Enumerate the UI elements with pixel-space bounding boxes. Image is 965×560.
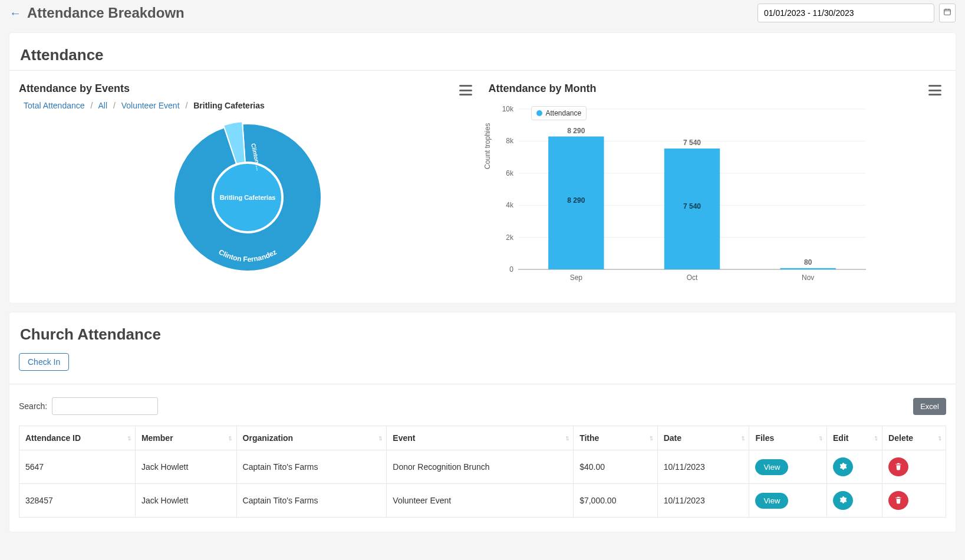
gear-icon [839, 496, 847, 506]
legend-dot-icon [536, 110, 542, 116]
svg-text:8 290: 8 290 [567, 196, 585, 205]
svg-text:2k: 2k [506, 233, 514, 242]
table-cell: Captain Tito's Farms [236, 484, 387, 518]
divider [9, 384, 956, 384]
table-cell: Jack Howlett [135, 450, 236, 484]
table-cell: Captain Tito's Farms [236, 450, 387, 484]
table-header[interactable]: Tithe↑↓ [574, 426, 657, 450]
table-cell: $7,000.00 [574, 484, 657, 518]
page-title: Attendance Breakdown [27, 5, 185, 21]
date-range-input[interactable] [757, 4, 934, 22]
svg-text:8 290: 8 290 [567, 127, 585, 135]
edit-button[interactable] [833, 457, 853, 476]
table-header[interactable]: Member↑↓ [135, 426, 236, 450]
breadcrumb-link[interactable]: Total Attendance [24, 101, 85, 110]
gear-icon [839, 462, 847, 472]
table-header[interactable]: Delete↑↓ [882, 426, 946, 450]
sort-icon[interactable]: ↑↓ [127, 434, 129, 442]
excel-export-button[interactable]: Excel [913, 398, 946, 415]
table-header[interactable]: Attendance ID↑↓ [19, 426, 136, 450]
svg-text:7 540: 7 540 [683, 202, 700, 210]
sort-icon[interactable]: ↑↓ [818, 434, 821, 442]
attendance-section-title: Attendance [20, 46, 946, 64]
bar-legend[interactable]: Attendance [531, 106, 587, 120]
table-cell: Volunteer Event [387, 484, 574, 518]
breadcrumb-current: Britling Cafeterias [193, 101, 265, 110]
svg-text:0: 0 [509, 265, 513, 274]
back-arrow-icon[interactable]: ← [9, 6, 21, 20]
table-header[interactable]: Edit↑↓ [827, 426, 882, 450]
attendance-by-events-title: Attendance by Events [19, 83, 477, 95]
table-cell: 328457 [19, 484, 136, 518]
table-cell: $40.00 [574, 450, 657, 484]
svg-text:80: 80 [803, 258, 812, 266]
table-cell: Jack Howlett [135, 484, 236, 518]
attendance-by-month-title: Attendance by Month [489, 83, 947, 95]
view-button[interactable]: View [755, 459, 788, 475]
table-cell: 5647 [19, 450, 136, 484]
chart-menu-icon[interactable] [928, 85, 941, 95]
edit-button[interactable] [833, 491, 853, 510]
divider [9, 70, 956, 71]
table-cell: Donor Recognition Brunch [387, 450, 574, 484]
sort-icon[interactable]: ↑↓ [565, 434, 567, 442]
svg-text:8k: 8k [506, 137, 514, 145]
search-label: Search: [19, 401, 47, 411]
attendance-by-events-card: Attendance by Events Total Attendance / … [19, 83, 477, 274]
breadcrumb: Total Attendance / All / Volunteer Event… [24, 101, 477, 110]
svg-rect-27 [780, 268, 835, 269]
breadcrumb-link[interactable]: Volunteer Event [121, 101, 180, 110]
sort-icon[interactable]: ↑↓ [874, 434, 876, 442]
y-axis-title: Count trophies [483, 123, 492, 169]
svg-text:Sep: Sep [569, 274, 582, 282]
table-cell: 10/11/2023 [657, 484, 749, 518]
table-header[interactable]: Date↑↓ [657, 426, 749, 450]
svg-text:4k: 4k [506, 201, 514, 209]
table-header[interactable]: Files↑↓ [749, 426, 827, 450]
table-row: 328457Jack HowlettCaptain Tito's FarmsVo… [19, 484, 946, 518]
sunburst-chart[interactable]: Britling CafeteriasClinton FernandezClin… [153, 121, 342, 274]
delete-button[interactable] [888, 457, 908, 476]
table-row: 5647Jack HowlettCaptain Tito's FarmsDono… [19, 450, 946, 484]
svg-text:10k: 10k [502, 105, 513, 113]
search-input[interactable] [52, 397, 158, 415]
church-attendance-title: Church Attendance [20, 325, 946, 344]
table-header[interactable]: Event↑↓ [387, 426, 574, 450]
table-header[interactable]: Organization↑↓ [236, 426, 387, 450]
svg-text:Nov: Nov [801, 274, 814, 282]
sort-icon[interactable]: ↑↓ [378, 434, 380, 442]
attendance-table: Attendance ID↑↓Member↑↓Organization↑↓Eve… [19, 426, 946, 518]
calendar-icon[interactable] [939, 4, 956, 22]
svg-rect-0 [944, 9, 951, 15]
svg-text:7 540: 7 540 [683, 139, 700, 147]
bar-chart[interactable]: 02k4k6k8k10k8 2908 290Sep7 5407 540Oct80… [489, 98, 878, 287]
sort-icon[interactable]: ↑↓ [228, 434, 230, 442]
sort-icon[interactable]: ↑↓ [740, 434, 743, 442]
sort-icon[interactable]: ↑↓ [937, 434, 940, 442]
check-in-button[interactable]: Check In [19, 353, 69, 371]
svg-text:6k: 6k [506, 169, 514, 177]
table-cell: 10/11/2023 [657, 450, 749, 484]
breadcrumb-link[interactable]: All [98, 101, 107, 110]
attendance-by-month-card: Attendance by Month Attendance Count tro… [489, 83, 947, 289]
sort-icon[interactable]: ↑↓ [649, 434, 651, 442]
trash-icon [894, 496, 903, 506]
svg-text:Britling Cafeterias: Britling Cafeterias [220, 194, 276, 201]
chart-menu-icon[interactable] [459, 85, 472, 95]
svg-text:Oct: Oct [686, 274, 697, 282]
delete-button[interactable] [888, 491, 908, 510]
trash-icon [894, 462, 903, 472]
view-button[interactable]: View [755, 493, 788, 509]
legend-label: Attendance [546, 109, 582, 117]
